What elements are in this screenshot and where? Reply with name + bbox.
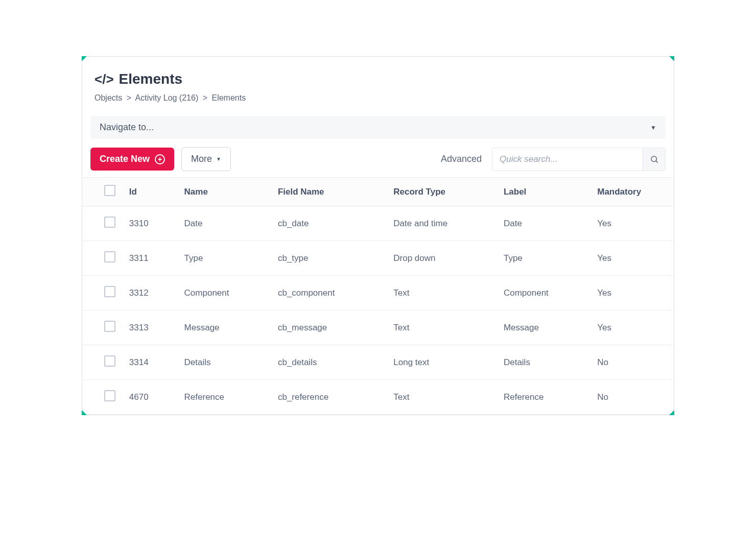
row-checkbox-cell [82,345,123,380]
column-header-id[interactable]: Id [123,178,178,206]
breadcrumb-separator: > [127,93,131,102]
caret-down-icon: ▼ [216,156,221,162]
search-icon [650,155,659,164]
chevron-down-icon: ▼ [650,124,656,131]
row-checkbox[interactable] [104,286,115,297]
table-row[interactable]: 4670Referencecb_referenceTextReferenceNo [82,380,674,415]
cell-record-type: Text [387,276,498,310]
navigate-label: Navigate to... [100,122,154,133]
create-new-label: Create New [100,154,150,164]
svg-point-0 [651,156,657,162]
table-row[interactable]: 3310Datecb_dateDate and timeDateYes [82,206,674,241]
element-name-link[interactable]: Date [184,219,203,228]
element-name-link[interactable]: Component [184,288,229,298]
cell-id: 3312 [123,276,178,310]
corner-decoration [669,410,674,415]
cell-mandatory: Yes [591,276,674,310]
cell-label: Details [498,345,591,380]
toolbar: Create New + More ▼ Advanced [82,139,674,177]
title-row: </> Elements [94,71,662,87]
cell-record-type: Text [387,310,498,345]
table-row[interactable]: 3313Messagecb_messageTextMessageYes [82,310,674,345]
row-checkbox[interactable] [104,321,115,332]
corner-decoration [669,56,674,61]
more-label: More [191,154,212,164]
cell-id: 3314 [123,345,178,380]
table-row[interactable]: 3311Typecb_typeDrop downTypeYes [82,241,674,276]
cell-record-type: Date and time [387,206,498,241]
breadcrumb: Objects > Activity Log (216) > Elements [94,93,662,103]
search-box [492,148,666,171]
row-checkbox[interactable] [104,217,115,228]
cell-name: Date [178,206,272,241]
row-checkbox-cell [82,206,123,241]
cell-record-type: Long text [387,345,498,380]
cell-name: Message [178,310,272,345]
breadcrumb-link-objects[interactable]: Objects [94,93,122,102]
breadcrumb-link-elements[interactable]: Elements [211,93,246,102]
row-checkbox[interactable] [104,251,115,262]
row-checkbox-cell [82,310,123,345]
create-new-button[interactable]: Create New + [90,148,174,171]
cell-name: Reference [178,380,272,415]
row-checkbox-cell [82,380,123,415]
cell-mandatory: Yes [591,206,674,241]
plus-circle-icon: + [155,154,165,164]
column-header-label[interactable]: Label [498,178,591,206]
cell-label: Component [498,276,591,310]
search-button[interactable] [643,148,665,171]
cell-mandatory: No [591,380,674,415]
table-row[interactable]: 3312Componentcb_componentTextComponentYe… [82,276,674,310]
cell-field-name: cb_component [272,276,387,310]
navigate-dropdown[interactable]: Navigate to... ▼ [90,116,666,139]
element-name-link[interactable]: Details [184,357,211,367]
cell-mandatory: Yes [591,241,674,276]
cell-field-name: cb_reference [272,380,387,415]
code-icon: </> [94,71,114,87]
corner-decoration [82,56,87,61]
cell-field-name: cb_type [272,241,387,276]
element-name-link[interactable]: Message [184,323,220,332]
table-header-row: Id Name Field Name Record Type Label Man… [82,178,674,206]
search-input[interactable] [492,148,643,171]
column-header-record-type[interactable]: Record Type [387,178,498,206]
row-checkbox-cell [82,241,123,276]
column-header-field-name[interactable]: Field Name [272,178,387,206]
breadcrumb-link-activity-log[interactable]: Activity Log (216) [135,93,199,102]
element-name-link[interactable]: Type [184,253,203,263]
cell-mandatory: No [591,345,674,380]
cell-id: 4670 [123,380,178,415]
cell-label: Type [498,241,591,276]
column-header-checkbox [82,178,123,206]
table-row[interactable]: 3314Detailscb_detailsLong textDetailsNo [82,345,674,380]
corner-decoration [82,410,87,415]
svg-line-1 [656,161,657,162]
row-checkbox[interactable] [104,355,115,367]
cell-field-name: cb_date [272,206,387,241]
cell-name: Details [178,345,272,380]
column-header-name[interactable]: Name [178,178,272,206]
cell-label: Message [498,310,591,345]
advanced-link[interactable]: Advanced [441,154,482,164]
row-checkbox-cell [82,276,123,310]
cell-id: 3310 [123,206,178,241]
select-all-checkbox[interactable] [104,185,115,196]
cell-field-name: cb_message [272,310,387,345]
breadcrumb-separator: > [203,93,207,102]
panel-header: </> Elements Objects > Activity Log (216… [82,57,674,109]
column-header-mandatory[interactable]: Mandatory [591,178,674,206]
cell-label: Reference [498,380,591,415]
cell-record-type: Text [387,380,498,415]
elements-table: Id Name Field Name Record Type Label Man… [82,177,674,415]
more-button[interactable]: More ▼ [181,147,231,171]
cell-record-type: Drop down [387,241,498,276]
cell-field-name: cb_details [272,345,387,380]
element-name-link[interactable]: Reference [184,392,224,402]
cell-id: 3313 [123,310,178,345]
elements-panel: </> Elements Objects > Activity Log (216… [82,56,674,415]
cell-name: Component [178,276,272,310]
cell-name: Type [178,241,272,276]
cell-mandatory: Yes [591,310,674,345]
row-checkbox[interactable] [104,390,115,401]
cell-id: 3311 [123,241,178,276]
